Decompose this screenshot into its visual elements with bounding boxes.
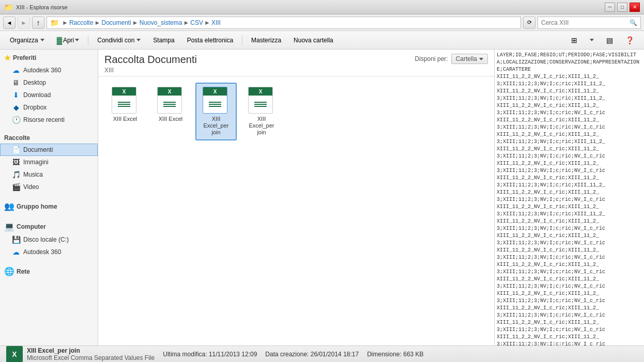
status-filetype: Microsoft Excel Comma Separated Values F… bbox=[27, 354, 155, 361]
sidebar: ★ Preferiti ☁ Autodesk 360 🖥 Desktop ⬇ D… bbox=[0, 50, 98, 345]
file-label-1: XIII Excel bbox=[113, 116, 137, 122]
status-bar: X XIII Excel_per join Microsoft Excel Co… bbox=[0, 345, 644, 362]
computer-icon: 💻 bbox=[4, 222, 14, 231]
view-pane-button[interactable]: ▤ bbox=[601, 33, 619, 48]
sidebar-item-autodesk360-comp[interactable]: ☁ Autodesk 360 bbox=[0, 246, 98, 258]
sidebar-item-download[interactable]: ⬇ Download bbox=[0, 89, 98, 101]
excel-icon-1: X bbox=[112, 87, 136, 114]
condividi-button[interactable]: Condividi con bbox=[91, 33, 146, 48]
path-raccolte[interactable]: Raccolte bbox=[69, 19, 94, 26]
file-icon-container-1: X bbox=[112, 87, 139, 114]
view-dropdown-button[interactable] bbox=[584, 33, 600, 48]
sidebar-rete-section: 🌐 Rete bbox=[0, 264, 98, 278]
content-subtitle: XIII bbox=[104, 67, 197, 74]
search-icon: 🔍 bbox=[630, 19, 637, 26]
sidebar-computer-section: 💻 Computer 💾 Disco locale (C:) ☁ Autodes… bbox=[0, 219, 98, 258]
condividi-dropdown-arrow bbox=[136, 39, 141, 41]
sidebar-item-musica[interactable]: 🎵 Musica bbox=[0, 168, 98, 181]
file-label-3: XIIIExcel_perjoin bbox=[204, 116, 229, 136]
sidebar-item-desktop[interactable]: 🖥 Desktop bbox=[0, 76, 98, 89]
sidebar-raccolte-section: Raccolte 📄 Documenti 🖼 Immagini 🎵 Musica… bbox=[0, 132, 98, 193]
content-title: Raccolta Documenti bbox=[104, 54, 197, 66]
search-box: 🔍 bbox=[538, 17, 641, 29]
sidebar-preferiti-header[interactable]: ★ Preferiti bbox=[0, 52, 98, 64]
address-path[interactable]: 📁 ► Raccolte ► Documenti ► Nuovo_sistema… bbox=[47, 17, 521, 29]
organizza-button[interactable]: Organizza bbox=[4, 33, 50, 48]
video-folder-icon: 🎬 bbox=[12, 183, 20, 191]
network-icon: 🌐 bbox=[4, 266, 14, 276]
back-button[interactable]: ◄ bbox=[3, 17, 16, 29]
cloud-icon-2: ☁ bbox=[12, 248, 20, 256]
sidebar-item-immagini[interactable]: 🖼 Immagini bbox=[0, 156, 98, 168]
sidebar-rete-header[interactable]: 🌐 Rete bbox=[0, 264, 98, 278]
sidebar-raccolte-header[interactable]: Raccolte bbox=[0, 132, 98, 144]
sidebar-item-disco-c[interactable]: 💾 Disco locale (C:) bbox=[0, 233, 98, 246]
excel-icon-3: X bbox=[203, 87, 227, 114]
star-icon: ★ bbox=[4, 54, 11, 62]
apri-button[interactable]: ▓ Apri bbox=[51, 33, 85, 48]
path-csv[interactable]: CSV bbox=[190, 19, 203, 26]
path-documenti[interactable]: Documenti bbox=[101, 19, 131, 26]
recent-icon: 🕐 bbox=[12, 116, 20, 124]
toolbar: Organizza ▓ Apri Condividi con Stampa Po… bbox=[0, 31, 644, 50]
forward-button[interactable]: ► bbox=[18, 17, 30, 29]
file-item-xiii-excel-1[interactable]: X XIII Excel bbox=[104, 83, 146, 140]
sidebar-gruppo-header[interactable]: 👥 Gruppo home bbox=[0, 199, 98, 213]
status-filename: XIII Excel_per join bbox=[27, 347, 155, 354]
cartella-dropdown-button[interactable]: Cartella bbox=[451, 54, 488, 64]
sidebar-item-autodesk360[interactable]: ☁ Autodesk 360 bbox=[0, 64, 98, 76]
search-input[interactable] bbox=[541, 19, 627, 26]
status-file-info: X XIII Excel_per join Microsoft Excel Co… bbox=[6, 346, 155, 363]
disponi-per-label: Disponi per: bbox=[415, 55, 448, 62]
posta-button[interactable]: Posta elettronica bbox=[181, 33, 239, 48]
status-file-icon: X bbox=[6, 346, 23, 363]
download-icon: ⬇ bbox=[12, 91, 20, 99]
sidebar-item-documenti[interactable]: 📄 Documenti bbox=[0, 144, 98, 156]
sidebar-spacer-3 bbox=[0, 215, 98, 219]
title-bar: 📁 XIII - Esplora risorse ─ □ ✕ bbox=[0, 0, 644, 14]
masterizza-button[interactable]: Masterizza bbox=[246, 33, 287, 48]
title-bar-title: XIII - Esplora risorse bbox=[16, 4, 68, 10]
sidebar-favoriti-section: ★ Preferiti ☁ Autodesk 360 🖥 Desktop ⬇ D… bbox=[0, 52, 98, 126]
minimize-button[interactable]: ─ bbox=[605, 3, 615, 12]
nuova-cartella-button[interactable]: Nuova cartella bbox=[288, 33, 339, 48]
main-layout: ★ Preferiti ☁ Autodesk 360 🖥 Desktop ⬇ D… bbox=[0, 50, 644, 345]
help-button[interactable]: ❓ bbox=[620, 33, 640, 48]
close-button[interactable]: ✕ bbox=[630, 3, 640, 12]
content-area: Raccolta Documenti XIII Disponi per: Car… bbox=[98, 50, 494, 345]
status-size: Dimensione: 663 KB bbox=[367, 351, 423, 358]
excel-header-1: X bbox=[112, 87, 136, 96]
path-nuovo-sistema[interactable]: Nuovo_sistema bbox=[140, 19, 182, 26]
view-options: Disponi per: Cartella bbox=[415, 54, 488, 64]
title-bar-controls: ─ □ ✕ bbox=[605, 3, 640, 12]
file-item-xiii-excel-per-join-2[interactable]: X XIIIExcel_perjoin bbox=[241, 83, 282, 140]
file-icon-container-2: X bbox=[157, 87, 184, 114]
file-item-xiii-excel-per-join-1[interactable]: X XIIIExcel_perjoin bbox=[195, 83, 237, 140]
excel-header-4: X bbox=[249, 87, 272, 96]
view-icons-button[interactable]: ⊞ bbox=[565, 33, 583, 48]
apri-dropdown-arrow bbox=[75, 39, 79, 41]
stampa-button[interactable]: Stampa bbox=[147, 33, 180, 48]
content-header: Raccolta Documenti XIII Disponi per: Car… bbox=[98, 50, 494, 76]
documenti-folder-icon: 📄 bbox=[12, 146, 20, 154]
refresh-button[interactable]: ⟳ bbox=[523, 17, 535, 29]
immagini-folder-icon: 🖼 bbox=[12, 158, 20, 166]
path-xiii[interactable]: XIII bbox=[211, 19, 221, 26]
sidebar-gruppo-section: 👥 Gruppo home bbox=[0, 199, 98, 213]
file-grid: X XIII Excel bbox=[98, 76, 494, 345]
preview-panel: LAYER;ID_FASE;REGIO;UT;PERIODO;FASE;VISI… bbox=[494, 50, 644, 345]
up-button[interactable]: ↑ bbox=[32, 17, 44, 29]
sidebar-computer-header[interactable]: 💻 Computer bbox=[0, 219, 98, 233]
sidebar-item-dropbox[interactable]: ◆ Dropbox bbox=[0, 101, 98, 114]
file-item-xiii-excel-2[interactable]: X XIII Excel bbox=[150, 83, 191, 140]
status-created: Data creazione: 26/01/2014 18:17 bbox=[265, 351, 359, 358]
excel-header-3: X bbox=[203, 87, 227, 96]
file-icon-container-3: X bbox=[203, 87, 229, 114]
sidebar-item-risorse-recenti[interactable]: 🕐 Risorse recenti bbox=[0, 114, 98, 126]
toolbar-separator-1 bbox=[88, 35, 88, 45]
size-label: Dimensione: bbox=[367, 351, 402, 358]
size-value: 663 KB bbox=[403, 351, 423, 358]
file-icon-container-4: X bbox=[248, 87, 275, 114]
sidebar-item-video[interactable]: 🎬 Video bbox=[0, 181, 98, 193]
maximize-button[interactable]: □ bbox=[617, 3, 627, 12]
